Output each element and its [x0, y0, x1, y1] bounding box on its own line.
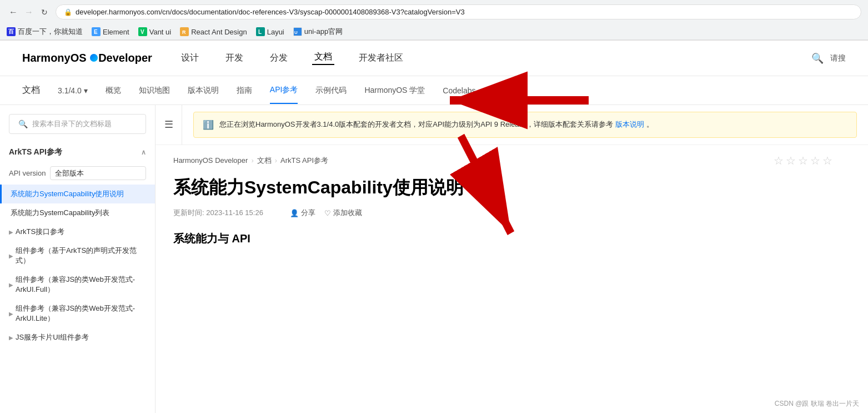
uniapp-icon: U — [293, 27, 302, 36]
notice-link[interactable]: 版本说明 — [615, 120, 644, 128]
expand-icon-3: ▶ — [9, 253, 13, 259]
search-icon[interactable]: 🔍 — [811, 52, 824, 64]
svg-text:E: E — [94, 29, 98, 35]
svg-text:V: V — [141, 29, 144, 35]
forward-button[interactable]: → — [22, 6, 36, 18]
browser-toolbar: ← → ↻ 🔒 developer.harmonyos.com/cn/docs/… — [0, 0, 868, 24]
bookmark-vant[interactable]: V Vant ui — [138, 27, 172, 36]
sidebar-item-1[interactable]: 系统能力SystemCapability列表 — [0, 203, 155, 222]
bookmark-layui-label: Layui — [267, 28, 284, 36]
sidebar-item-3[interactable]: ▶ 组件参考（基于ArkTS的声明式开发范式） — [0, 241, 155, 270]
expand-icon-5: ▶ — [9, 311, 13, 317]
main-content: ☰ ℹ️ 您正在浏览HarmonyOS开发者3.1/4.0版本配套的开发者文档，… — [155, 105, 868, 413]
notice-text-after: 。 — [646, 120, 654, 128]
star-5[interactable]: ☆ — [822, 154, 832, 167]
lock-icon: 🔒 — [64, 8, 72, 16]
logo: HarmonyOS Developer — [22, 52, 152, 64]
collapse-icon: ∧ — [141, 148, 146, 156]
nav-develop[interactable]: 开发 — [223, 52, 245, 64]
bookmark-layui[interactable]: L Layui — [256, 27, 284, 36]
sub-nav-guide[interactable]: 指南 — [237, 78, 252, 103]
bookmark-vant-label: Vant ui — [149, 28, 172, 36]
sub-nav-academy[interactable]: HarmonyOS 学堂 — [364, 78, 425, 103]
sidebar-item-6[interactable]: ▶ JS服务卡片UI组件参考 — [0, 328, 155, 347]
nav-search-label[interactable]: 请搜 — [830, 53, 846, 63]
notice-banner: ℹ️ 您正在浏览HarmonyOS开发者3.1/4.0版本配套的开发者文档，对应… — [193, 112, 857, 138]
sub-nav-codelabs[interactable]: Codelabs — [443, 78, 475, 103]
address-text: developer.harmonyos.com/cn/docs/document… — [76, 8, 465, 16]
sidebar-search[interactable]: 🔍 搜索本目录下的文档标题 — [9, 114, 146, 134]
expand-icon-6: ▶ — [9, 335, 13, 341]
api-version-select[interactable]: 全部版本 — [50, 166, 146, 180]
sidebar-item-0[interactable]: 系统能力SystemCapability使用说明 — [0, 185, 155, 203]
star-4[interactable]: ☆ — [810, 154, 820, 167]
footer-credit: CSDN @跟 耿瑞 卷出一片天 — [775, 399, 859, 409]
sub-nav-knowledge[interactable]: 知识地图 — [139, 78, 170, 103]
sub-nav-label: 文档 — [22, 84, 40, 96]
api-version-label: API version — [9, 169, 46, 177]
toc-toggle-button[interactable]: ☰ — [155, 105, 182, 145]
star-2[interactable]: ☆ — [786, 154, 796, 167]
bookmark-element-label: Element — [103, 28, 129, 36]
breadcrumb-item-1[interactable]: 文档 — [257, 156, 272, 166]
breadcrumb-item-0[interactable]: HarmonyOS Developer — [173, 156, 248, 165]
svg-text:R: R — [182, 29, 186, 35]
sidebar-item-label-3: 组件参考（基于ArkTS的声明式开发范式） — [16, 246, 146, 266]
sidebar-item-label-0: 系统能力SystemCapability使用说明 — [11, 190, 124, 198]
sub-nav-api[interactable]: API参考 — [270, 77, 298, 104]
rating-area: ☆ ☆ ☆ ☆ ☆ — [774, 154, 850, 167]
sub-nav-version[interactable]: 版本说明 — [188, 78, 219, 103]
layui-icon: L — [256, 27, 265, 36]
content-area: 🔍 搜索本目录下的文档标题 ArkTS API参考 ∧ API version … — [0, 105, 868, 413]
sub-nav-faq[interactable]: FAQ — [493, 78, 509, 103]
content-top-row: ☰ ℹ️ 您正在浏览HarmonyOS开发者3.1/4.0版本配套的开发者文档，… — [155, 105, 868, 145]
notice-icon: ℹ️ — [203, 120, 214, 130]
nav-links: 设计 开发 分发 文档 开发者社区 — [179, 51, 811, 65]
expand-icon-4: ▶ — [9, 282, 13, 288]
sidebar-item-label-6: JS服务卡片UI组件参考 — [16, 332, 89, 342]
nav-community[interactable]: 开发者社区 — [357, 52, 405, 64]
nav-distribute[interactable]: 分发 — [268, 52, 290, 64]
bookmark-label: 添加收藏 — [333, 208, 362, 218]
nav-right: 🔍 请搜 — [811, 52, 846, 64]
sidebar-item-label-4: 组件参考（兼容JS的类Web开发范式-ArkUI.Full） — [16, 275, 146, 295]
address-bar[interactable]: 🔒 developer.harmonyos.com/cn/docs/docume… — [56, 4, 861, 19]
sidebar-item-2[interactable]: ▶ ArkTS接口参考 — [0, 222, 155, 241]
bookmark-element[interactable]: E Element — [92, 27, 129, 36]
bookmark-react[interactable]: R React Ant Design — [180, 27, 247, 36]
breadcrumb-sep-1: › — [275, 156, 277, 165]
bookmark-uniapp[interactable]: U uni-app官网 — [293, 27, 343, 37]
sub-nav-overview[interactable]: 概览 — [106, 78, 121, 103]
baidu-icon: 百 — [7, 27, 16, 36]
sidebar-item-4[interactable]: ▶ 组件参考（兼容JS的类Web开发范式-ArkUI.Full） — [0, 270, 155, 299]
toc-icon: ☰ — [164, 118, 173, 131]
back-button[interactable]: ← — [7, 6, 20, 18]
star-3[interactable]: ☆ — [798, 154, 808, 167]
logo-text: HarmonyOS Developer — [22, 52, 152, 64]
star-1[interactable]: ☆ — [774, 154, 784, 167]
share-icon: 👤 — [290, 209, 299, 217]
sub-nav-examples[interactable]: 示例代码 — [315, 78, 347, 103]
bookmark-uniapp-label: uni-app官网 — [304, 27, 343, 37]
article-actions: 👤 分享 ♡ 添加收藏 — [290, 208, 362, 218]
bookmark-button[interactable]: ♡ 添加收藏 — [324, 208, 362, 218]
sidebar-section-title[interactable]: ArkTS API参考 ∧ — [0, 143, 155, 162]
bookmark-baidu[interactable]: 百 百度一下，你就知道 — [7, 27, 83, 37]
section-title: 系统能力与 API — [173, 231, 638, 246]
chevron-down-icon: ▾ — [84, 86, 88, 95]
refresh-button[interactable]: ↻ — [38, 7, 51, 18]
breadcrumb-item-2[interactable]: ArkTS API参考 — [280, 156, 328, 166]
sidebar-item-label-1: 系统能力SystemCapability列表 — [11, 208, 109, 217]
nav-docs[interactable]: 文档 — [312, 51, 334, 65]
sidebar: 🔍 搜索本目录下的文档标题 ArkTS API参考 ∧ API version … — [0, 105, 155, 413]
share-button[interactable]: 👤 分享 — [290, 208, 315, 218]
svg-text:U: U — [294, 30, 298, 35]
version-select[interactable]: 3.1/4.0 ▾ — [58, 86, 88, 95]
notice-area: ℹ️ 您正在浏览HarmonyOS开发者3.1/4.0版本配套的开发者文档，对应… — [182, 105, 868, 145]
article-title: 系统能力SystemCapability使用说明 — [173, 176, 638, 200]
sidebar-item-5[interactable]: ▶ 组件参考（兼容JS的类Web开发范式-ArkUI.Lite） — [0, 299, 155, 328]
heart-icon: ♡ — [324, 209, 331, 217]
nav-design[interactable]: 设计 — [179, 52, 201, 64]
version-value: 3.1/4.0 — [58, 86, 82, 95]
article-meta: 更新时间: 2023-11-16 15:26 👤 分享 ♡ 添加收藏 — [173, 208, 638, 218]
